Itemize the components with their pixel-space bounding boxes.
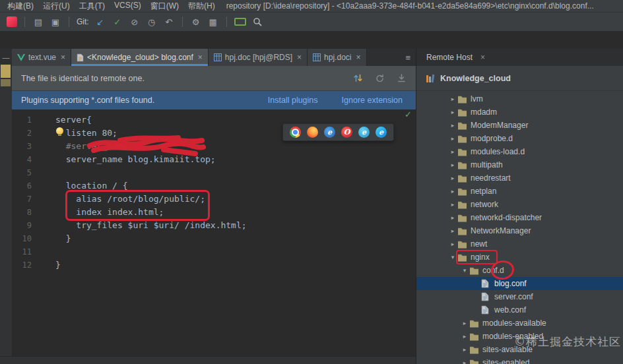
tree-item-needrestart[interactable]: ▸needrestart (416, 171, 623, 185)
remote-root[interactable]: Knowledge_cloud (416, 66, 623, 91)
code-line[interactable]: 9 try_files $uri $uri/ /index.html; (0, 219, 416, 232)
firefox-browser-icon[interactable] (307, 127, 318, 138)
editor-tab[interactable]: hpj.doc [hpj@RDS]× (209, 49, 308, 66)
code-line[interactable]: 11 (0, 245, 416, 258)
main-toolbar: ▤▣Git:↙✓⊘◷↶⚙▦ (0, 13, 623, 32)
code-line[interactable]: 3 #server_name (0, 140, 416, 153)
tree-item-networkd-dispatcher[interactable]: ▸networkd-dispatcher (416, 211, 623, 224)
chevron-right-icon[interactable]: ▸ (460, 346, 469, 353)
edge-browser-icon[interactable] (376, 127, 387, 138)
install-plugins-link[interactable]: Install plugins (268, 96, 318, 105)
close-icon[interactable]: × (480, 53, 485, 62)
plugin-banner-text: Plugins supporting *.conf files found. (21, 96, 154, 105)
tree-item-label: networkd-dispatcher (471, 213, 542, 222)
chevron-right-icon[interactable]: ▸ (448, 148, 457, 155)
revert-icon[interactable] (375, 73, 385, 83)
chevron-right-icon[interactable]: ▸ (448, 201, 457, 208)
tree-item-label: nginx (471, 253, 490, 262)
history-icon[interactable]: ◷ (146, 16, 158, 28)
tree-item-blog.conf[interactable]: blog.conf (416, 277, 623, 290)
project-structure-icon[interactable]: ▦ (207, 16, 219, 28)
tree-item-modules-load.d[interactable]: ▸modules-load.d (416, 145, 623, 158)
chevron-right-icon[interactable]: ▸ (448, 162, 457, 168)
tree-item-netplan[interactable]: ▸netplan (416, 185, 623, 198)
tree-item-conf.d[interactable]: ▾conf.d (416, 264, 623, 277)
run-console-icon[interactable] (234, 18, 246, 26)
line-number: 11 (12, 245, 32, 258)
code-editor[interactable]: 1server{2 listen 80;3 #server_name 4 ser… (0, 109, 416, 356)
close-icon[interactable]: × (356, 53, 360, 62)
code-line[interactable]: 6 location / { (0, 179, 416, 193)
chevron-right-icon[interactable]: ▸ (448, 175, 457, 181)
code-text: index index.html; (55, 206, 164, 219)
tree-item-ModemManager[interactable]: ▸ModemManager (416, 119, 623, 132)
ie-browser-icon[interactable] (324, 127, 335, 138)
chevron-right-icon[interactable]: ▸ (460, 320, 469, 326)
menu-item[interactable]: 帮助(H) (183, 0, 220, 13)
tree-item-newt[interactable]: ▸newt (416, 237, 623, 251)
chevron-right-icon[interactable]: ▸ (448, 241, 457, 247)
tree-item-modules-available[interactable]: ▸modules-available (416, 317, 623, 330)
menu-item[interactable]: 窗口(W) (146, 0, 183, 13)
search-everywhere-icon[interactable] (251, 16, 263, 28)
ignore-extension-link[interactable]: Ignore extension (342, 96, 403, 105)
code-line[interactable]: 8 index index.html; (0, 206, 416, 219)
save-all-icon[interactable]: ▣ (49, 16, 61, 28)
window-title: repository [D:\idea\repository] - <10a2a… (226, 1, 594, 11)
opera-browser-icon[interactable] (341, 127, 352, 138)
editor-tab[interactable]: <Knowledge_cloud> blog.conf× (71, 49, 209, 66)
tree-item-sites-enabled[interactable]: ▸sites-enabled (416, 356, 623, 364)
chevron-right-icon[interactable]: ▸ (448, 188, 457, 195)
code-line[interactable]: 5 (0, 166, 416, 179)
editor-tab[interactable]: hpj.doci× (308, 49, 366, 66)
tree-item-modprobe.d[interactable]: ▸modprobe.d (416, 132, 623, 145)
code-line[interactable]: 7 alias /root/blog/public/; (0, 193, 416, 206)
tree-item-network[interactable]: ▸network (416, 198, 623, 211)
chrome-browser-icon[interactable] (290, 127, 301, 138)
chevron-right-icon[interactable]: ▸ (448, 109, 457, 115)
intention-bulb-icon[interactable] (56, 127, 63, 135)
chevron-right-icon[interactable]: ▸ (460, 333, 469, 340)
update-project-icon[interactable]: ↙ (94, 16, 106, 28)
tree-item-multipath[interactable]: ▸multipath (416, 158, 623, 171)
code-line[interactable]: 12} (0, 258, 416, 272)
chevron-down-icon[interactable]: ▾ (448, 254, 457, 260)
tree-item-lvm[interactable]: ▸lvm (416, 92, 623, 106)
menu-item[interactable]: 构建(B) (3, 0, 38, 13)
chevron-right-icon[interactable]: ▸ (448, 96, 457, 102)
tree-item-server.conf[interactable]: server.conf (416, 290, 623, 303)
remote-host-tab[interactable]: Remote Host × (416, 49, 623, 66)
tab-list-icon[interactable]: ≡ (405, 53, 410, 63)
menu-item[interactable]: VCS(S) (110, 0, 146, 13)
code-line[interactable]: 4 server_name blog.kimaiit.top; (0, 153, 416, 166)
chevron-right-icon[interactable]: ▸ (448, 122, 457, 129)
chevron-right-icon[interactable]: ▸ (448, 135, 457, 142)
editor-tab[interactable]: text.vue× (12, 49, 71, 66)
close-icon[interactable]: × (61, 53, 65, 62)
tree-item-nginx[interactable]: ▾nginx (416, 251, 623, 264)
explorer-browser-icon[interactable] (358, 127, 370, 138)
chevron-right-icon[interactable]: ▸ (448, 228, 457, 234)
diff-sync-icon[interactable] (353, 73, 363, 83)
folder-icon (469, 332, 481, 341)
tools-icon[interactable]: ⚙ (190, 16, 202, 28)
commit-icon[interactable]: ✓ (112, 16, 123, 28)
close-icon[interactable]: × (198, 53, 203, 62)
menu-item[interactable]: 工具(T) (75, 0, 110, 13)
undo-icon[interactable]: ↶ (163, 16, 175, 28)
menu-item[interactable]: 运行(U) (38, 0, 75, 13)
line-number: 6 (12, 179, 32, 193)
tree-item-mdadm[interactable]: ▸mdadm (416, 106, 623, 119)
tree-item-NetworkManager[interactable]: ▸NetworkManager (416, 224, 623, 237)
hide-tabs-icon[interactable]: — (0, 49, 12, 66)
chevron-right-icon[interactable]: ▸ (460, 359, 469, 364)
download-from-remote-icon[interactable] (397, 73, 407, 83)
chevron-down-icon[interactable]: ▾ (460, 267, 469, 274)
open-project-icon[interactable]: ▤ (32, 16, 44, 28)
tree-item-web.conf[interactable]: web.conf (416, 303, 623, 317)
rollback-icon[interactable]: ⊘ (129, 16, 141, 28)
close-icon[interactable]: × (297, 53, 302, 62)
chevron-right-icon[interactable]: ▸ (448, 214, 457, 221)
tree-item-label: modules-available (482, 318, 546, 328)
code-line[interactable]: 10 } (0, 232, 416, 245)
